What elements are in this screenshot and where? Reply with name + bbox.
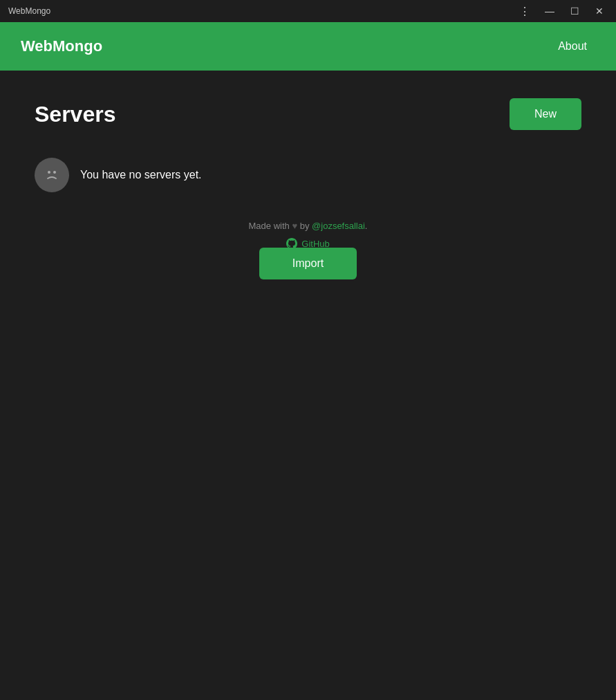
page-title: Servers: [35, 102, 115, 127]
empty-highlight: You: [80, 169, 99, 181]
close-button[interactable]: ✕: [588, 0, 610, 22]
titlebar-controls: ⋮ — ☐ ✕: [514, 0, 610, 22]
import-area: Import: [35, 248, 581, 279]
footer-credits: Made with ♥ by @jozsefsallai.: [0, 218, 616, 234]
navbar-brand: WebMongo: [21, 37, 102, 55]
empty-state: You have no servers yet.: [35, 158, 581, 192]
footer: Made with ♥ by @jozsefsallai. GitHub: [0, 218, 616, 252]
minimize-button[interactable]: —: [539, 0, 561, 22]
empty-message-rest: have no servers yet.: [99, 169, 202, 181]
footer-period: .: [365, 221, 368, 231]
footer-by: by: [300, 221, 312, 231]
minimize-icon: —: [545, 6, 554, 17]
maximize-button[interactable]: ☐: [563, 0, 586, 22]
titlebar: WebMongo ⋮ — ☐ ✕: [0, 0, 616, 22]
footer-github: GitHub: [0, 236, 616, 252]
sad-face-icon: [35, 158, 69, 192]
footer-made-with: Made with: [249, 221, 290, 231]
new-server-button[interactable]: New: [510, 98, 581, 130]
navbar: WebMongo About: [0, 22, 616, 71]
menu-icon: ⋮: [519, 5, 530, 18]
github-icon: [286, 238, 297, 249]
about-button[interactable]: About: [550, 35, 595, 58]
svg-point-0: [48, 171, 50, 174]
empty-message: You have no servers yet.: [80, 169, 202, 181]
author-link[interactable]: @jozsefsallai: [312, 221, 365, 231]
main-content: Servers New You have no servers yet. Imp…: [0, 71, 616, 307]
titlebar-title: WebMongo: [6, 6, 50, 16]
sad-face-svg: [41, 165, 62, 185]
github-link[interactable]: GitHub: [301, 236, 329, 252]
content-header: Servers New: [35, 98, 581, 130]
menu-button[interactable]: ⋮: [514, 0, 536, 22]
maximize-icon: ☐: [570, 6, 579, 17]
svg-point-1: [53, 171, 56, 174]
close-icon: ✕: [595, 6, 604, 17]
heart-icon: ♥: [292, 221, 297, 231]
import-button[interactable]: Import: [259, 248, 357, 279]
